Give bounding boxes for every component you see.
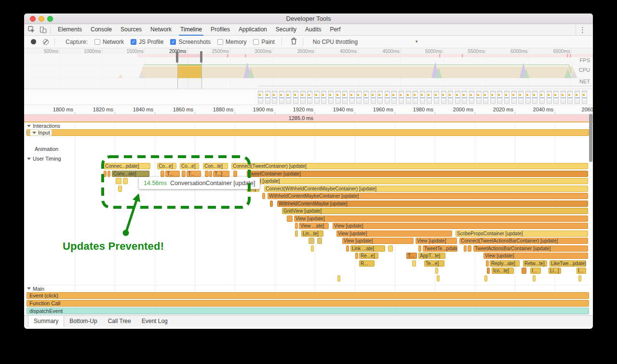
timeline-overview[interactable]: 500ms1000ms1500ms2000ms2500ms3000ms3500m… xyxy=(24,48,593,89)
flame-bar[interactable] xyxy=(161,171,164,177)
screenshot-thumbnail[interactable] xyxy=(258,91,263,104)
flame-bar[interactable] xyxy=(295,230,298,237)
section-main[interactable]: Main xyxy=(27,285,590,292)
screenshot-thumbnail[interactable] xyxy=(539,91,545,104)
screenshot-thumbnail[interactable] xyxy=(483,91,488,104)
main-track-bar[interactable]: Event (click) xyxy=(27,292,589,299)
flame-bar[interactable]: Re...e] xyxy=(359,253,378,259)
flame-bar[interactable]: TweetContainer [update] xyxy=(247,171,588,177)
main-track-bar[interactable]: Function Call xyxy=(27,300,589,307)
checkbox-icon[interactable] xyxy=(253,39,259,45)
flame-bar[interactable]: T... xyxy=(165,171,180,177)
flame-bar[interactable]: View [update] xyxy=(333,223,588,229)
flame-bar[interactable]: TweetActionsBarContainer [update] xyxy=(473,245,588,252)
flame-bar[interactable]: Con...te] xyxy=(203,163,228,169)
flame-bar[interactable] xyxy=(388,245,393,252)
flame-bar[interactable] xyxy=(270,201,273,207)
flame-bar[interactable] xyxy=(107,171,110,177)
screenshot-thumbnail[interactable] xyxy=(427,91,432,104)
flame-bar[interactable] xyxy=(308,238,314,244)
flame-bar[interactable] xyxy=(412,260,416,267)
tab-sources[interactable]: Sources xyxy=(116,24,146,36)
flame-bar[interactable]: Connect(TweetActionsBarContainer) [updat… xyxy=(459,238,588,244)
flame-bar[interactable] xyxy=(182,171,186,177)
screenshot-thumbnail[interactable] xyxy=(335,91,341,104)
flame-bar[interactable] xyxy=(295,223,298,229)
flame-bar[interactable] xyxy=(435,268,438,274)
flame-bar[interactable]: WithheldContentMaybeContainer [update] xyxy=(268,193,588,199)
flame-bar[interactable]: TweetTe...pdate] xyxy=(423,245,457,252)
screenshot-thumbnail[interactable] xyxy=(286,91,291,104)
flame-bar[interactable]: T... xyxy=(406,253,417,259)
screenshot-thumbnail[interactable] xyxy=(314,91,320,104)
main-track-bar[interactable]: dispatchEvent xyxy=(27,308,589,314)
flame-bar[interactable] xyxy=(578,275,581,282)
screenshot-thumbnail[interactable] xyxy=(406,91,411,104)
screenshot-thumbnail[interactable] xyxy=(293,91,298,104)
screenshot-thumbnail[interactable] xyxy=(434,91,439,104)
flame-bar[interactable] xyxy=(486,260,489,267)
details-tab-summary[interactable]: Summary xyxy=(28,316,64,327)
record-button[interactable] xyxy=(31,39,36,44)
flame-bar[interactable]: Conv...ate] xyxy=(112,171,149,177)
screenshot-thumbnail[interactable] xyxy=(265,91,270,104)
selection-handle-left[interactable] xyxy=(176,51,178,63)
section-animation[interactable]: Animation xyxy=(35,146,58,152)
details-tab-bottom-up[interactable]: Bottom-Up xyxy=(64,316,102,327)
flame-bar[interactable]: View [update] xyxy=(416,238,457,244)
flame-bar[interactable] xyxy=(287,216,293,222)
tab-security[interactable]: Security xyxy=(271,24,301,36)
details-tab-event-log[interactable]: Event Log xyxy=(136,316,173,327)
screenshot-thumbnail[interactable] xyxy=(272,91,277,104)
screenshot-thumbnail[interactable] xyxy=(342,91,348,104)
flame-bar[interactable] xyxy=(468,245,471,252)
flame-bar[interactable] xyxy=(104,171,107,177)
flame-bar[interactable]: Connect(TweetContainer) [update] xyxy=(231,163,588,169)
flame-bar[interactable] xyxy=(418,245,421,252)
flame-bar[interactable]: R... xyxy=(359,260,375,267)
screenshot-thumbnail[interactable] xyxy=(399,91,404,104)
flame-bar[interactable]: Ico...te] xyxy=(492,268,514,274)
checkbox-icon[interactable] xyxy=(94,39,100,45)
flame-bar[interactable] xyxy=(437,275,440,282)
checkbox-icon[interactable] xyxy=(217,39,223,45)
vertical-scrollbar[interactable] xyxy=(589,114,592,162)
tab-elements[interactable]: Elements xyxy=(54,24,86,36)
flame-bar[interactable]: I... xyxy=(577,268,586,274)
screenshot-thumbnail[interactable] xyxy=(518,91,523,104)
flame-bar[interactable] xyxy=(522,268,526,274)
checkbox-screenshots[interactable]: ✓Screenshots xyxy=(170,39,211,45)
screenshot-thumbnail[interactable] xyxy=(441,91,446,104)
flame-bar[interactable]: ScribePropsContainer [update] xyxy=(456,230,588,237)
flame-bar[interactable] xyxy=(317,238,322,244)
flame-bar[interactable] xyxy=(533,275,536,282)
flame-bar[interactable]: View [update] xyxy=(294,216,588,222)
flame-bar[interactable]: Co...e] xyxy=(157,163,176,169)
flame-bar[interactable]: GridView [update] xyxy=(282,208,588,214)
flame-bar[interactable] xyxy=(116,178,121,184)
screenshot-thumbnail[interactable] xyxy=(413,91,418,104)
tab-console[interactable]: Console xyxy=(86,24,116,36)
screenshot-thumbnail[interactable] xyxy=(328,91,334,104)
flame-bar[interactable] xyxy=(487,268,490,274)
checkbox-network[interactable]: Network xyxy=(94,39,124,45)
flame-bar[interactable]: Connect(WithheldContentMaybeContainer) [… xyxy=(264,186,588,192)
flame-bar[interactable] xyxy=(346,245,349,252)
flame-bar[interactable] xyxy=(464,245,467,252)
screenshot-thumbnail[interactable] xyxy=(547,91,552,104)
screenshot-thumbnail[interactable] xyxy=(307,91,312,104)
screenshot-thumbnail[interactable] xyxy=(497,91,502,104)
tab-audits[interactable]: Audits xyxy=(301,24,325,36)
flame-bar[interactable]: I... xyxy=(530,268,541,274)
flame-bar[interactable]: Reply...ate] xyxy=(490,260,520,267)
flame-bar[interactable] xyxy=(311,245,314,252)
flame-bar[interactable]: T... xyxy=(187,171,201,177)
flame-bar[interactable]: Link ...ate] xyxy=(350,245,385,252)
checkbox-icon[interactable]: ✓ xyxy=(131,39,136,45)
checkbox-js-profile[interactable]: ✓JS Profile xyxy=(131,39,163,45)
tab-profiles[interactable]: Profiles xyxy=(206,24,234,36)
screenshot-thumbnail[interactable] xyxy=(321,91,326,104)
flame-bar[interactable]: Tweet [update] xyxy=(247,178,588,184)
screenshot-thumbnail[interactable] xyxy=(391,91,397,104)
flame-bar[interactable]: View ...ate] xyxy=(299,223,329,229)
